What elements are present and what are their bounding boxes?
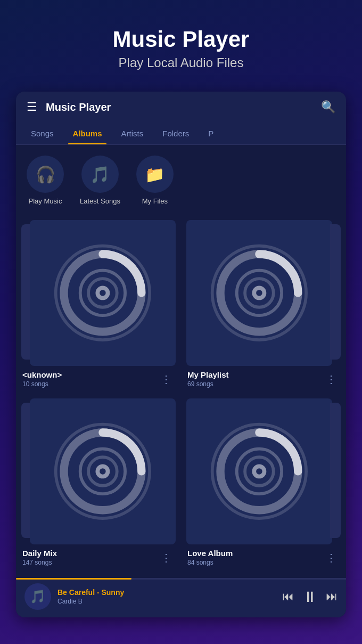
album-count-love: 84 songs (187, 559, 323, 566)
album-count-playlist: 69 songs (187, 380, 323, 388)
app-bar-title: Music Player (46, 101, 321, 113)
pause-button[interactable]: ⏸ (302, 588, 317, 606)
album-name-daily: Daily Mix (22, 549, 158, 558)
album-count-unknown: 10 songs (22, 380, 158, 388)
quick-item-latest-songs[interactable]: 🎵 Latest Songs (80, 156, 120, 205)
quick-label-play-music: Play Music (29, 197, 62, 205)
top-bar: ☰ Music Player 🔍 (16, 92, 346, 123)
playback-controls: ⏮ ⏸ ⏭ (282, 588, 338, 606)
tab-more[interactable]: P (199, 123, 223, 144)
quick-label-latest-songs: Latest Songs (80, 197, 120, 205)
album-cell-playlist: My Playlist 69 songs ⋮ (181, 216, 346, 394)
album-name-love: Love Album (187, 549, 323, 558)
album-cell-unknown: <uknown> 10 songs ⋮ (16, 216, 181, 394)
album-more-playlist[interactable]: ⋮ (323, 372, 340, 387)
svg-point-23 (256, 468, 262, 475)
tab-albums[interactable]: Albums (63, 123, 112, 144)
quick-label-my-files: My Files (142, 197, 168, 205)
folder-icon: 📁 (136, 156, 174, 193)
svg-point-5 (100, 290, 106, 296)
next-button[interactable]: ⏭ (326, 590, 338, 604)
search-icon[interactable]: 🔍 (321, 100, 335, 114)
album-art-playlist[interactable] (186, 220, 332, 366)
headphones-icon: 🎧 (27, 156, 64, 193)
svg-point-17 (100, 468, 106, 475)
album-art-love[interactable] (186, 398, 332, 544)
album-name-playlist: My Playlist (187, 370, 323, 379)
progress-bar (16, 578, 131, 580)
hamburger-icon[interactable]: ☰ (27, 100, 37, 114)
album-more-love[interactable]: ⋮ (323, 550, 340, 565)
now-playing-bar: 🎵 Be Careful - Sunny Cardie B ⏮ ⏸ ⏭ (16, 578, 346, 617)
tab-songs[interactable]: Songs (21, 123, 63, 144)
album-peek-right-love (330, 403, 341, 538)
page-subtitle: Play Local Audio Files (11, 55, 351, 70)
album-peek-right (330, 224, 341, 360)
album-info-unknown: <uknown> 10 songs ⋮ (21, 370, 176, 388)
now-playing-artist: Cardie B (57, 598, 276, 605)
album-art-daily[interactable] (30, 398, 176, 544)
tab-artists[interactable]: Artists (112, 123, 153, 144)
album-info-playlist: My Playlist 69 songs ⋮ (186, 370, 341, 388)
album-name-unknown: <uknown> (22, 370, 158, 379)
albums-grid: <uknown> 10 songs ⋮ (16, 210, 346, 578)
album-cell-daily: Daily Mix 147 songs ⋮ (16, 394, 181, 573)
music-note-icon: 🎵 (81, 156, 119, 193)
album-info-love: Love Album 84 songs ⋮ (186, 549, 341, 566)
page-title: Music Player (11, 27, 351, 52)
album-count-daily: 147 songs (22, 559, 158, 566)
page-header: Music Player Play Local Audio Files (0, 0, 362, 86)
quick-item-play-music[interactable]: 🎧 Play Music (27, 156, 64, 205)
quick-item-my-files[interactable]: 📁 My Files (136, 156, 174, 205)
prev-button[interactable]: ⏮ (282, 590, 294, 604)
now-playing-title: Be Careful - Sunny (57, 588, 276, 597)
album-art-unknown[interactable] (30, 220, 176, 366)
album-more-unknown[interactable]: ⋮ (158, 372, 175, 387)
tab-folders[interactable]: Folders (153, 123, 199, 144)
album-more-daily[interactable]: ⋮ (158, 550, 175, 565)
tabs-bar: Songs Albums Artists Folders P (16, 123, 346, 145)
album-info-daily: Daily Mix 147 songs ⋮ (21, 549, 176, 566)
album-cell-love: Love Album 84 songs ⋮ (181, 394, 346, 573)
quick-icons-row: 🎧 Play Music 🎵 Latest Songs 📁 My Files (16, 145, 346, 210)
now-playing-icon: 🎵 (24, 583, 51, 610)
svg-point-11 (256, 290, 262, 296)
app-card: ☰ Music Player 🔍 Songs Albums Artists Fo… (16, 92, 346, 617)
now-playing-info: Be Careful - Sunny Cardie B (57, 588, 276, 605)
